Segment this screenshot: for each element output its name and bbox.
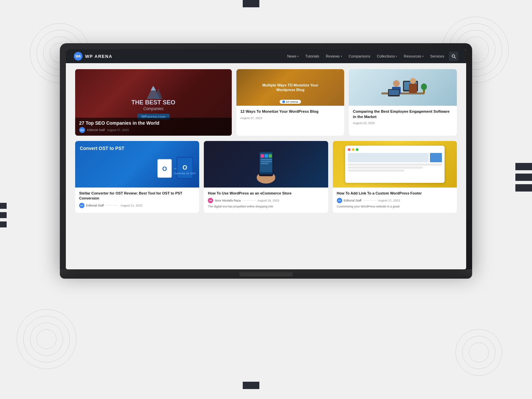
navbar: WA WP ARENA News ▾ Tutorials Rev	[66, 49, 466, 63]
bottom-center-rect	[243, 382, 259, 389]
nav-news[interactable]: News ▾	[285, 53, 302, 60]
browser-mockup	[345, 146, 445, 183]
monetize-card-image: Multiple Ways TO Monetize Your Wordpress…	[236, 69, 344, 106]
ost-card-title: Stellar Converter for OST Review: Best T…	[79, 191, 195, 201]
footer-excerpt: Customizing your WordPress website is a …	[337, 204, 453, 209]
ecommerce-bg	[204, 141, 328, 188]
content-blocks	[348, 153, 442, 162]
svg-rect-30	[265, 154, 268, 158]
monetize-text: Multiple Ways TO Monetize Your Wordpress…	[260, 80, 321, 95]
ost-article-card[interactable]: Convert OST to PST O	[75, 141, 199, 213]
nav-collections[interactable]: Collections ▾	[374, 53, 400, 60]
laptop-trackpad	[239, 272, 293, 276]
monetize-card[interactable]: Multiple Ways TO Monetize Your Wordpress…	[236, 69, 344, 136]
ecommerce-card-image	[204, 141, 328, 188]
right-rect-1	[515, 163, 532, 170]
nav-services[interactable]: Services	[428, 53, 447, 60]
laptop-base	[60, 269, 472, 279]
featured-main-meta: 27 Top SEO Companies in the World ES Edi…	[75, 118, 232, 136]
footer-card-body: How To Add Link To a Custom WordPress Fo…	[333, 188, 457, 212]
nav-logo[interactable]: WA WP ARENA	[74, 52, 112, 61]
ost-card-image: Convert OST to PST O	[75, 141, 199, 188]
svg-rect-32	[261, 159, 272, 160]
svg-line-1	[454, 57, 455, 58]
text-line-3	[348, 170, 404, 172]
employee-card-body: Comparing the Best Employee Engagement S…	[349, 106, 457, 128]
wparena-badge: WP ARENA	[280, 100, 301, 104]
footer-author: Editorial Staff	[344, 199, 361, 202]
ecommerce-excerpt: The digital era has propelled online sho…	[208, 204, 324, 209]
ost-author-avatar: ES	[79, 203, 84, 208]
svg-text:Converter for OST: Converter for OST	[174, 172, 196, 175]
top-center-rect	[243, 0, 259, 7]
featured-row: THE BEST SEO Companies WParena.com 27 To…	[75, 69, 457, 136]
svg-point-11	[410, 78, 416, 84]
nav-collections-chevron: ▾	[396, 55, 397, 58]
svg-rect-31	[269, 154, 272, 158]
svg-rect-34	[261, 163, 269, 164]
nav-news-chevron: ▾	[297, 55, 299, 58]
block-2	[430, 153, 442, 162]
office-bg	[349, 69, 457, 106]
svg-rect-29	[261, 154, 264, 158]
svg-point-16	[421, 83, 427, 90]
articles-row: Convert OST to PST O	[75, 141, 457, 213]
featured-main-author: ES Editorial Staff August 27, 2023	[79, 127, 228, 133]
ost-icons: O → O Converter for OST	[156, 154, 196, 188]
meta-line-3	[363, 200, 376, 200]
nav-reviews-chevron: ▾	[341, 55, 342, 58]
author-name: Editorial Staff	[87, 128, 105, 132]
green-dot	[356, 148, 358, 151]
laptop-screen-bezel: WA WP ARENA News ▾ Tutorials Rev	[60, 43, 472, 269]
left-rect-3	[0, 221, 7, 227]
svg-rect-14	[389, 90, 399, 95]
footer-card-meta: ES Editorial Staff August 17, 2023	[337, 198, 453, 203]
svg-rect-5	[381, 92, 425, 94]
ecommerce-date: August 18, 2023	[257, 199, 279, 202]
employee-card-title: Comparing the Best Employee Engagement S…	[353, 109, 453, 119]
laptop-screen: WA WP ARENA News ▾ Tutorials Rev	[66, 49, 466, 269]
monetize-card-body: 12 Ways To Monetize Your WordPress Blog …	[236, 106, 344, 123]
nav-resources-chevron: ▾	[422, 55, 424, 58]
footer-article-card[interactable]: How To Add Link To a Custom WordPress Fo…	[333, 141, 457, 213]
footer-date: August 17, 2023	[378, 199, 400, 202]
nav-links: News ▾ Tutorials Reviews ▾ Comparisons	[285, 53, 447, 60]
svg-text:O: O	[183, 164, 187, 171]
author-avatar: ES	[79, 127, 85, 133]
employee-card-date: August 23, 2023	[353, 121, 453, 125]
search-button[interactable]	[449, 52, 458, 61]
featured-main-card[interactable]: THE BEST SEO Companies WParena.com 27 To…	[75, 69, 232, 136]
nav-comparisons[interactable]: Comparisons	[346, 53, 373, 60]
nav-reviews[interactable]: Reviews ▾	[323, 53, 345, 60]
main-content: THE BEST SEO Companies WParena.com 27 To…	[66, 63, 466, 269]
svg-point-9	[393, 80, 400, 87]
office-scene	[378, 71, 428, 104]
ost-label: Convert OST to PST	[80, 146, 124, 151]
ecommerce-article-card[interactable]: How To Use WordPress as an eCommerce Sto…	[204, 141, 328, 213]
monetize-card-title: 12 Ways To Monetize Your WordPress Blog	[240, 109, 340, 114]
red-dot	[348, 148, 350, 151]
monetize-bg: Multiple Ways TO Monetize Your Wordpress…	[236, 69, 344, 106]
logo-text: WP ARENA	[85, 54, 112, 59]
logo-initials: WA	[75, 55, 81, 58]
seo-subtitle: Companies	[143, 106, 164, 111]
footer-author-avatar: ES	[337, 198, 342, 203]
laptop: WA WP ARENA News ▾ Tutorials Rev	[60, 43, 472, 283]
website: WA WP ARENA News ▾ Tutorials Rev	[66, 49, 466, 269]
nav-resources[interactable]: Resources ▾	[401, 53, 426, 60]
phone-in-hand	[246, 144, 286, 184]
meta-line-2	[242, 200, 256, 200]
nav-tutorials[interactable]: Tutorials	[303, 53, 322, 60]
ecommerce-card-meta: NR Noor Mustafa Raza August 18, 2023	[208, 198, 324, 203]
employee-card[interactable]: Comparing the Best Employee Engagement S…	[349, 69, 457, 136]
footer-card-title: How To Add Link To a Custom WordPress Fo…	[337, 191, 453, 196]
left-rect-1	[0, 203, 7, 209]
meta-line	[105, 205, 119, 205]
yellow-dot	[352, 148, 354, 151]
footer-bg	[333, 141, 457, 188]
featured-main-title: 27 Top SEO Companies in the World	[79, 120, 228, 126]
svg-text:O: O	[162, 166, 167, 172]
ecommerce-author: Noor Mustafa Raza	[215, 199, 241, 202]
seo-title: THE BEST SEO	[131, 99, 175, 106]
ost-card-body: Stellar Converter for OST Review: Best T…	[75, 188, 199, 213]
